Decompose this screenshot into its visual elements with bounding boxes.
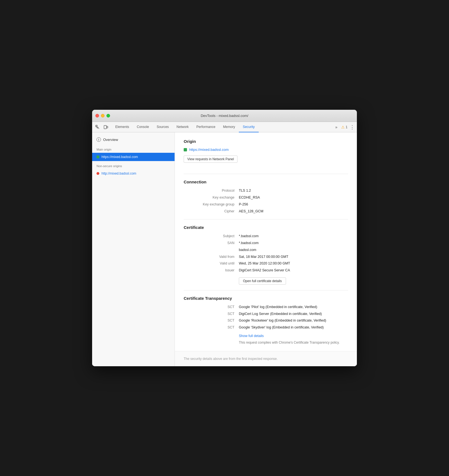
key-exchange-label: Key exchange (184, 195, 239, 200)
cert-san-row1: SAN *.badssl.com (184, 240, 348, 246)
sct-row-1: SCT Google 'Pilot' log (Embedded in cert… (184, 304, 348, 310)
titlebar: DevTools - mixed.badssl.com/ (92, 110, 357, 122)
footer-note: The security details above are from the … (175, 351, 357, 366)
info-icon: i (97, 137, 101, 142)
cert-valid-until-row: Valid until Wed, 25 Mar 2020 12:00:00 GM… (184, 261, 348, 266)
non-secure-origins-label: Non-secure origins (92, 161, 175, 169)
sct-label-4: SCT (184, 325, 239, 330)
connection-key-exchange-row: Key exchange ECDHE_RSA (184, 195, 348, 200)
tab-bar: Elements Console Sources Network Perform… (111, 122, 334, 132)
sidebar-main-origin[interactable]: https://mixed.badssl.com (92, 153, 175, 161)
cipher-label: Cipher (184, 209, 239, 214)
sct-row-4: SCT Google 'Skydiver' log (Embedded in c… (184, 325, 348, 330)
issuer-value: DigiCert SHA2 Secure Server CA (239, 268, 290, 273)
maximize-button[interactable] (106, 114, 110, 117)
divider-1 (184, 174, 348, 174)
protocol-value: TLS 1.2 (239, 188, 251, 193)
main-origin-url: https://mixed.badssl.com (101, 155, 138, 159)
sidebar-item-overview[interactable]: i Overview (92, 135, 175, 145)
protocol-label: Protocol (184, 188, 239, 193)
certificate-title: Certificate (184, 225, 348, 230)
connection-key-exchange-group-row: Key exchange group P-256 (184, 202, 348, 207)
minimize-button[interactable] (101, 114, 105, 117)
cert-issuer-row: Issuer DigiCert SHA2 Secure Server CA (184, 268, 348, 273)
san-label: SAN (184, 240, 239, 246)
sct-label-3: SCT (184, 318, 239, 323)
subject-label: Subject (184, 234, 239, 239)
show-full-details-link[interactable]: Show full details (239, 334, 264, 338)
transparency-section: Certificate Transparency SCT Google 'Pil… (184, 296, 348, 344)
valid-until-value: Wed, 25 Mar 2020 12:00:00 GMT (239, 261, 290, 266)
svg-rect-1 (104, 125, 106, 129)
key-exchange-value: ECDHE_RSA (239, 195, 260, 200)
main-area: i Overview Main origin https://mixed.bad… (92, 132, 357, 366)
toolbar: Elements Console Sources Network Perform… (92, 122, 357, 132)
toolbar-right: » ⚠ 1 ⋮ (334, 124, 355, 130)
origin-section-title: Origin (184, 139, 348, 144)
tab-console[interactable]: Console (133, 122, 153, 132)
san-value-1: *.badssl.com (239, 240, 259, 246)
overview-label: Overview (103, 138, 118, 142)
window-title: DevTools - mixed.badssl.com/ (201, 114, 248, 118)
sidebar-non-secure-origin[interactable]: http://mixed.badssl.com (92, 169, 175, 178)
tab-elements[interactable]: Elements (111, 122, 133, 132)
sct-value-3: Google 'Rocketeer' log (Embedded in cert… (239, 318, 326, 323)
open-certificate-button[interactable]: Open full certificate details (239, 277, 286, 285)
origin-secure-icon (184, 148, 187, 151)
cert-valid-from-row: Valid from Sat, 18 Mar 2017 00:00:00 GMT (184, 254, 348, 260)
sct-value-4: Google 'Skydiver' log (Embedded in certi… (239, 325, 324, 330)
divider-2 (184, 219, 348, 220)
warning-count: 1 (346, 125, 348, 129)
san-label-empty (184, 247, 239, 253)
sidebar: i Overview Main origin https://mixed.bad… (92, 132, 175, 366)
close-button[interactable] (95, 114, 99, 117)
sct-label-1: SCT (184, 304, 239, 310)
tab-security[interactable]: Security (239, 122, 258, 132)
more-tabs-button[interactable]: » (334, 124, 339, 130)
main-origin-label: Main origin (92, 145, 175, 153)
insecure-origin-icon (97, 172, 99, 175)
compliance-note: This request complies with Chrome's Cert… (239, 341, 348, 344)
traffic-lights (95, 114, 110, 117)
warning-icon: ⚠ (341, 125, 345, 129)
connection-title: Connection (184, 180, 348, 184)
cipher-value: AES_128_GCM (239, 209, 263, 214)
kebab-menu-button[interactable]: ⋮ (350, 124, 355, 130)
toolbar-icons (94, 124, 109, 130)
sct-value-1: Google 'Pilot' log (Embedded in certific… (239, 304, 317, 310)
key-exchange-group-value: P-256 (239, 202, 248, 207)
transparency-title: Certificate Transparency (184, 296, 348, 301)
divider-3 (184, 290, 348, 290)
devtools-window: DevTools - mixed.badssl.com/ Elements Co… (92, 110, 357, 366)
connection-protocol-row: Protocol TLS 1.2 (184, 188, 348, 193)
content-panel: Origin https://mixed.badssl.com View req… (175, 132, 357, 366)
tab-network[interactable]: Network (173, 122, 193, 132)
connection-section: Connection Protocol TLS 1.2 Key exchange… (184, 180, 348, 214)
tab-performance[interactable]: Performance (193, 122, 219, 132)
device-icon[interactable] (103, 124, 109, 130)
non-secure-origin-url: http://mixed.badssl.com (101, 172, 136, 175)
origin-url-display: https://mixed.badssl.com (189, 148, 229, 152)
tab-memory[interactable]: Memory (219, 122, 239, 132)
inspect-icon[interactable] (94, 124, 101, 130)
cert-san-row2: badssl.com (184, 247, 348, 253)
sct-value-2: DigiCert Log Server (Embedded in certifi… (239, 311, 322, 317)
connection-cipher-row: Cipher AES_128_GCM (184, 209, 348, 214)
san-value-2: badssl.com (239, 247, 256, 253)
secure-origin-icon (97, 156, 99, 158)
view-network-button[interactable]: View requests in Network Panel (184, 156, 237, 163)
cert-subject-row: Subject *.badssl.com (184, 234, 348, 239)
warning-badge[interactable]: ⚠ 1 (341, 125, 348, 129)
tab-sources[interactable]: Sources (153, 122, 173, 132)
sct-label-2: SCT (184, 311, 239, 317)
valid-from-label: Valid from (184, 254, 239, 260)
svg-rect-2 (107, 126, 108, 128)
subject-value: *.badssl.com (239, 234, 259, 239)
origin-header: https://mixed.badssl.com (184, 148, 348, 152)
valid-from-value: Sat, 18 Mar 2017 00:00:00 GMT (239, 254, 288, 260)
sct-row-3: SCT Google 'Rocketeer' log (Embedded in … (184, 318, 348, 323)
issuer-label: Issuer (184, 268, 239, 273)
valid-until-label: Valid until (184, 261, 239, 266)
key-exchange-group-label: Key exchange group (184, 202, 239, 207)
certificate-section: Certificate Subject *.badssl.com SAN *.b… (184, 225, 348, 285)
